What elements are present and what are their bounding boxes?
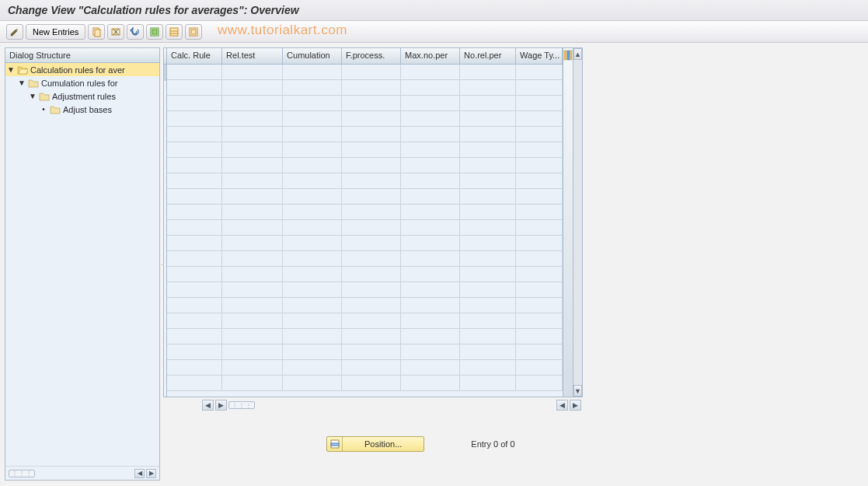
- tree-scroll-left-button[interactable]: ◀: [134, 469, 145, 478]
- table-cell[interactable]: [460, 267, 516, 282]
- table-cell[interactable]: [222, 65, 283, 80]
- tree-hscroll-handle[interactable]: ⋮⋮⋮: [9, 470, 35, 477]
- table-cell[interactable]: [401, 329, 460, 344]
- table-cell[interactable]: [342, 298, 401, 313]
- table-cell[interactable]: [401, 189, 460, 205]
- table-cell[interactable]: [460, 220, 516, 236]
- vertical-scrollbar[interactable]: ▲ ▼: [573, 48, 582, 397]
- table-cell[interactable]: [283, 329, 342, 344]
- table-cell[interactable]: [342, 80, 401, 96]
- tree-item-calculation-rules[interactable]: ▼ Calculation rules for aver: [5, 63, 159, 76]
- table-cell[interactable]: [167, 251, 222, 267]
- table-cell[interactable]: [222, 344, 283, 360]
- table-row[interactable]: [167, 65, 563, 80]
- table-cell[interactable]: [283, 158, 342, 173]
- table-cell[interactable]: [516, 298, 563, 313]
- table-cell[interactable]: [167, 313, 222, 329]
- table-cell[interactable]: [342, 220, 401, 236]
- table-row[interactable]: [167, 360, 563, 376]
- column-header-wage-type[interactable]: Wage Ty...: [516, 48, 563, 64]
- table-cell[interactable]: [167, 80, 222, 96]
- table-cell[interactable]: [516, 376, 563, 391]
- tree-expander-icon[interactable]: ▼: [29, 92, 37, 100]
- table-cell[interactable]: [222, 267, 283, 282]
- tree-item-adjust-bases[interactable]: • Adjust bases: [5, 103, 159, 116]
- table-cell[interactable]: [167, 360, 222, 376]
- hscroll-right-button[interactable]: ▶: [215, 400, 227, 411]
- table-cell[interactable]: [516, 65, 563, 80]
- table-cell[interactable]: [167, 205, 222, 220]
- table-cell[interactable]: [283, 360, 342, 376]
- tree-item-cumulation-rules[interactable]: ▼ Cumulation rules for: [5, 76, 159, 89]
- table-cell[interactable]: [460, 298, 516, 313]
- table-cell[interactable]: [283, 251, 342, 267]
- table-cell[interactable]: [516, 142, 563, 158]
- table-cell[interactable]: [460, 313, 516, 329]
- table-cell[interactable]: [342, 189, 401, 205]
- grid-body[interactable]: [167, 65, 563, 397]
- table-cell[interactable]: [222, 220, 283, 236]
- table-cell[interactable]: [516, 220, 563, 236]
- table-cell[interactable]: [342, 329, 401, 344]
- table-cell[interactable]: [167, 127, 222, 142]
- table-row[interactable]: [167, 142, 563, 158]
- scroll-up-button[interactable]: ▲: [573, 48, 582, 60]
- table-cell[interactable]: [283, 344, 342, 360]
- table-cell[interactable]: [283, 189, 342, 205]
- table-cell[interactable]: [401, 220, 460, 236]
- table-cell[interactable]: [222, 205, 283, 220]
- tree-expander-icon[interactable]: ▼: [18, 79, 26, 87]
- table-row[interactable]: [167, 376, 563, 391]
- table-cell[interactable]: [401, 251, 460, 267]
- table-cell[interactable]: [167, 189, 222, 205]
- table-cell[interactable]: [460, 251, 516, 267]
- table-cell[interactable]: [460, 282, 516, 298]
- table-row[interactable]: [167, 189, 563, 205]
- table-row[interactable]: [167, 236, 563, 251]
- splitter-handle[interactable]: ⋮: [160, 260, 162, 267]
- table-cell[interactable]: [342, 267, 401, 282]
- table-cell[interactable]: [342, 142, 401, 158]
- table-cell[interactable]: [460, 80, 516, 96]
- table-cell[interactable]: [222, 158, 283, 173]
- toggle-display-change-button[interactable]: [6, 24, 23, 40]
- table-cell[interactable]: [516, 251, 563, 267]
- table-row[interactable]: [167, 127, 563, 142]
- table-cell[interactable]: [283, 205, 342, 220]
- table-cell[interactable]: [167, 65, 222, 80]
- table-cell[interactable]: [516, 80, 563, 96]
- table-cell[interactable]: [460, 111, 516, 127]
- table-cell[interactable]: [342, 158, 401, 173]
- copy-as-button[interactable]: [88, 24, 105, 40]
- hscroll-left-end-button[interactable]: ◀: [556, 400, 568, 411]
- table-cell[interactable]: [167, 298, 222, 313]
- table-cell[interactable]: [516, 329, 563, 344]
- table-row[interactable]: [167, 344, 563, 360]
- table-cell[interactable]: [222, 142, 283, 158]
- table-cell[interactable]: [167, 376, 222, 391]
- table-row[interactable]: [167, 205, 563, 220]
- table-cell[interactable]: [342, 251, 401, 267]
- column-header-rel-test[interactable]: Rel.test: [222, 48, 283, 64]
- table-cell[interactable]: [460, 96, 516, 111]
- table-cell[interactable]: [401, 173, 460, 189]
- table-cell[interactable]: [342, 111, 401, 127]
- table-cell[interactable]: [283, 220, 342, 236]
- table-cell[interactable]: [342, 96, 401, 111]
- table-cell[interactable]: [222, 282, 283, 298]
- table-row[interactable]: [167, 282, 563, 298]
- table-cell[interactable]: [401, 127, 460, 142]
- table-cell[interactable]: [460, 236, 516, 251]
- table-cell[interactable]: [167, 282, 222, 298]
- table-cell[interactable]: [401, 298, 460, 313]
- hscroll-right-end-button[interactable]: ▶: [570, 400, 581, 411]
- table-cell[interactable]: [401, 96, 460, 111]
- table-cell[interactable]: [283, 65, 342, 80]
- table-cell[interactable]: [460, 205, 516, 220]
- table-cell[interactable]: [283, 236, 342, 251]
- table-cell[interactable]: [516, 267, 563, 282]
- table-cell[interactable]: [222, 329, 283, 344]
- table-cell[interactable]: [401, 360, 460, 376]
- table-cell[interactable]: [401, 65, 460, 80]
- table-cell[interactable]: [401, 80, 460, 96]
